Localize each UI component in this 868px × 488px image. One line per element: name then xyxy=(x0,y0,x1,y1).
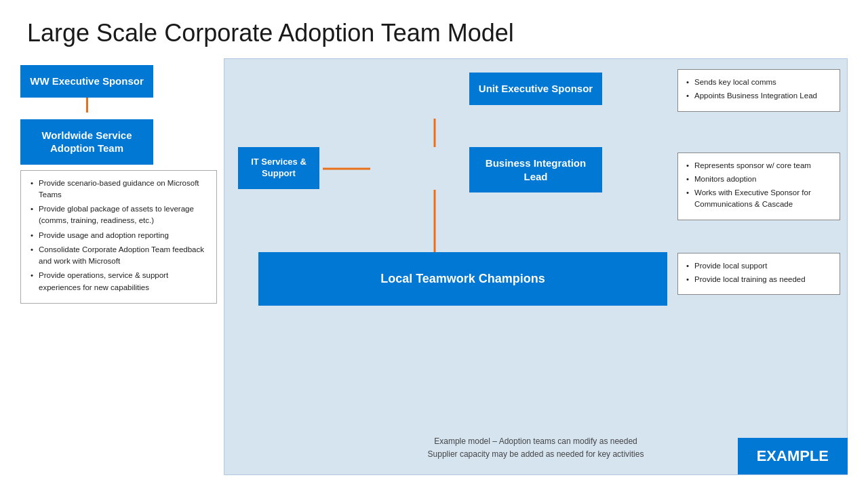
description-list: Provide scenario-based guidance on Micro… xyxy=(31,178,207,293)
desc-item-2: Provide global package of assets to leve… xyxy=(31,203,207,227)
biz-integration-container: Business Integration Lead xyxy=(469,147,602,192)
it-services-box: IT Services & Support xyxy=(238,147,319,189)
ww-exec-sponsor-box: WW Executive Sponsor xyxy=(20,65,153,98)
note-box-3: Provide local support Provide local trai… xyxy=(677,253,840,296)
example-badge: EXAMPLE xyxy=(738,438,848,474)
note1-item-2: Appoints Business Integration Lead xyxy=(686,90,831,102)
note1-item-1: Sends key local comms xyxy=(686,77,831,88)
connector-exec-to-team xyxy=(86,98,88,113)
it-services-container: IT Services & Support xyxy=(238,147,319,189)
main-content: WW Executive Sponsor Worldwide Service A… xyxy=(0,58,868,475)
note-box-1: Sends key local comms Appoints Business … xyxy=(677,69,840,112)
left-description-box: Provide scenario-based guidance on Micro… xyxy=(20,170,217,304)
footer-notes: Example model – Adoption teams can modif… xyxy=(428,435,644,461)
desc-item-3: Provide usage and adoption reporting xyxy=(31,230,207,241)
note2-item-2: Monitors adoption xyxy=(686,174,831,185)
desc-item-5: Provide operations, service & support ex… xyxy=(31,270,207,293)
unit-exec-box: Unit Executive Sponsor xyxy=(469,73,602,105)
desc-item-4: Consolidate Corporate Adoption Team feed… xyxy=(31,244,207,268)
footer-line-1: Example model – Adoption teams can modif… xyxy=(428,435,644,448)
biz-integration-box: Business Integration Lead xyxy=(469,147,602,192)
note-box-2: Represents sponsor w/ core team Monitors… xyxy=(677,152,840,220)
unit-exec-container: Unit Executive Sponsor xyxy=(469,73,602,105)
local-champions-box: Local Teamwork Champions xyxy=(258,252,667,306)
right-notes: Sends key local comms Appoints Business … xyxy=(677,69,840,302)
ww-team-box: Worldwide Service Adoption Team xyxy=(20,119,153,165)
footer-line-2: Supplier capacity may be added as needed… xyxy=(428,448,644,461)
note3-item-1: Provide local support xyxy=(686,260,831,272)
local-champions-container: Local Teamwork Champions xyxy=(258,252,667,306)
desc-item-1: Provide scenario-based guidance on Micro… xyxy=(31,178,207,201)
note2-item-3: Works with Executive Sponsor for Communi… xyxy=(686,187,831,211)
page-title: Large Scale Corporate Adoption Team Mode… xyxy=(0,0,868,58)
left-sidebar: WW Executive Sponsor Worldwide Service A… xyxy=(20,58,217,475)
diagram-area: Unit Executive Sponsor IT Services & Sup… xyxy=(224,58,848,475)
note3-item-2: Provide local training as needed xyxy=(686,274,831,285)
note2-item-1: Represents sponsor w/ core team xyxy=(686,160,831,171)
